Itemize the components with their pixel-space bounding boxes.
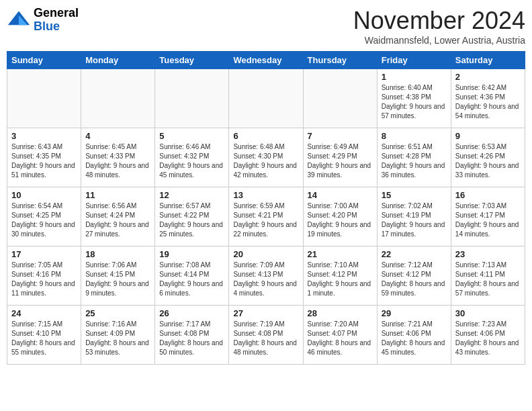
day-info: Sunrise: 6:57 AM Sunset: 4:22 PM Dayligh… — [159, 201, 224, 239]
day-number: 13 — [233, 190, 298, 200]
day-info: Sunrise: 7:06 AM Sunset: 4:15 PM Dayligh… — [85, 261, 150, 298]
day-info: Sunrise: 7:23 AM Sunset: 4:06 PM Dayligh… — [455, 320, 521, 357]
day-number: 24 — [11, 308, 77, 318]
day-number: 22 — [382, 249, 447, 259]
day-number: 27 — [233, 308, 298, 318]
day-number: 4 — [85, 131, 150, 141]
calendar-day-cell: 16Sunrise: 7:03 AM Sunset: 4:17 PM Dayli… — [451, 187, 525, 246]
calendar-day-cell: 28Sunrise: 7:20 AM Sunset: 4:07 PM Dayli… — [303, 306, 377, 365]
calendar-day-cell: 24Sunrise: 7:15 AM Sunset: 4:10 PM Dayli… — [7, 306, 81, 365]
day-info: Sunrise: 6:43 AM Sunset: 4:35 PM Dayligh… — [11, 142, 77, 180]
day-info: Sunrise: 6:51 AM Sunset: 4:28 PM Dayligh… — [382, 142, 447, 180]
calendar-day-cell: 14Sunrise: 7:00 AM Sunset: 4:20 PM Dayli… — [303, 187, 377, 246]
day-info: Sunrise: 7:08 AM Sunset: 4:14 PM Dayligh… — [159, 261, 224, 298]
day-number: 8 — [382, 131, 447, 141]
day-of-week-header: Tuesday — [155, 52, 229, 69]
calendar-day-cell: 29Sunrise: 7:21 AM Sunset: 4:06 PM Dayli… — [377, 306, 451, 365]
day-of-week-header: Sunday — [7, 52, 81, 69]
day-number: 21 — [308, 249, 373, 259]
logo-text: General Blue — [34, 7, 79, 34]
logo: General Blue — [7, 7, 79, 34]
day-of-week-header: Thursday — [303, 52, 377, 69]
day-info: Sunrise: 6:54 AM Sunset: 4:25 PM Dayligh… — [11, 201, 77, 239]
calendar-day-cell — [81, 69, 155, 128]
day-info: Sunrise: 6:53 AM Sunset: 4:26 PM Dayligh… — [455, 142, 521, 180]
day-info: Sunrise: 7:19 AM Sunset: 4:08 PM Dayligh… — [233, 320, 298, 357]
day-info: Sunrise: 7:05 AM Sunset: 4:16 PM Dayligh… — [11, 261, 77, 298]
calendar-day-cell: 21Sunrise: 7:10 AM Sunset: 4:12 PM Dayli… — [303, 246, 377, 306]
day-number: 3 — [11, 131, 77, 141]
calendar-day-cell: 11Sunrise: 6:56 AM Sunset: 4:24 PM Dayli… — [81, 187, 155, 246]
day-number: 23 — [455, 249, 521, 259]
calendar-week-row: 3Sunrise: 6:43 AM Sunset: 4:35 PM Daylig… — [7, 128, 525, 187]
day-number: 1 — [382, 72, 447, 82]
day-info: Sunrise: 7:20 AM Sunset: 4:07 PM Dayligh… — [308, 320, 373, 357]
day-info: Sunrise: 6:48 AM Sunset: 4:30 PM Dayligh… — [233, 142, 298, 180]
day-number: 10 — [11, 190, 77, 200]
calendar-day-cell: 4Sunrise: 6:45 AM Sunset: 4:33 PM Daylig… — [81, 128, 155, 187]
calendar-day-cell: 10Sunrise: 6:54 AM Sunset: 4:25 PM Dayli… — [7, 187, 81, 246]
day-number: 20 — [233, 249, 298, 259]
day-info: Sunrise: 7:09 AM Sunset: 4:13 PM Dayligh… — [233, 261, 298, 298]
day-number: 9 — [455, 131, 521, 141]
day-number: 6 — [233, 131, 298, 141]
day-info: Sunrise: 7:10 AM Sunset: 4:12 PM Dayligh… — [308, 261, 373, 298]
calendar-day-cell: 26Sunrise: 7:17 AM Sunset: 4:08 PM Dayli… — [155, 306, 229, 365]
calendar-day-cell: 7Sunrise: 6:49 AM Sunset: 4:29 PM Daylig… — [303, 128, 377, 187]
day-info: Sunrise: 7:17 AM Sunset: 4:08 PM Dayligh… — [159, 320, 224, 357]
calendar-header-row: SundayMondayTuesdayWednesdayThursdayFrid… — [7, 52, 525, 69]
calendar-day-cell: 6Sunrise: 6:48 AM Sunset: 4:30 PM Daylig… — [229, 128, 303, 187]
day-info: Sunrise: 6:40 AM Sunset: 4:38 PM Dayligh… — [382, 83, 447, 121]
day-number: 16 — [455, 190, 521, 200]
calendar-day-cell: 3Sunrise: 6:43 AM Sunset: 4:35 PM Daylig… — [7, 128, 81, 187]
day-number: 17 — [11, 249, 77, 259]
calendar-day-cell: 20Sunrise: 7:09 AM Sunset: 4:13 PM Dayli… — [229, 246, 303, 306]
day-number: 7 — [308, 131, 373, 141]
day-info: Sunrise: 7:21 AM Sunset: 4:06 PM Dayligh… — [382, 320, 447, 357]
day-number: 19 — [159, 249, 224, 259]
calendar-day-cell: 25Sunrise: 7:16 AM Sunset: 4:09 PM Dayli… — [81, 306, 155, 365]
calendar-day-cell: 2Sunrise: 6:42 AM Sunset: 4:36 PM Daylig… — [451, 69, 525, 128]
day-info: Sunrise: 6:49 AM Sunset: 4:29 PM Dayligh… — [308, 142, 373, 180]
day-of-week-header: Saturday — [451, 52, 525, 69]
day-number: 25 — [85, 308, 150, 318]
day-of-week-header: Friday — [377, 52, 451, 69]
day-info: Sunrise: 7:15 AM Sunset: 4:10 PM Dayligh… — [11, 320, 77, 357]
calendar-day-cell: 1Sunrise: 6:40 AM Sunset: 4:38 PM Daylig… — [377, 69, 451, 128]
calendar-week-row: 1Sunrise: 6:40 AM Sunset: 4:38 PM Daylig… — [7, 69, 525, 128]
day-info: Sunrise: 6:56 AM Sunset: 4:24 PM Dayligh… — [85, 201, 150, 239]
calendar-day-cell: 22Sunrise: 7:12 AM Sunset: 4:12 PM Dayli… — [377, 246, 451, 306]
calendar-day-cell — [303, 69, 377, 128]
calendar-day-cell: 30Sunrise: 7:23 AM Sunset: 4:06 PM Dayli… — [451, 306, 525, 365]
calendar-day-cell: 23Sunrise: 7:13 AM Sunset: 4:11 PM Dayli… — [451, 246, 525, 306]
day-info: Sunrise: 7:02 AM Sunset: 4:19 PM Dayligh… — [382, 201, 447, 239]
calendar-table: SundayMondayTuesdayWednesdayThursdayFrid… — [7, 51, 525, 365]
calendar-day-cell: 18Sunrise: 7:06 AM Sunset: 4:15 PM Dayli… — [81, 246, 155, 306]
calendar-week-row: 10Sunrise: 6:54 AM Sunset: 4:25 PM Dayli… — [7, 187, 525, 246]
day-number: 26 — [159, 308, 224, 318]
day-of-week-header: Wednesday — [229, 52, 303, 69]
day-number: 29 — [382, 308, 447, 318]
day-number: 12 — [159, 190, 224, 200]
calendar-day-cell: 27Sunrise: 7:19 AM Sunset: 4:08 PM Dayli… — [229, 306, 303, 365]
location: Waidmannsfeld, Lower Austria, Austria — [353, 35, 525, 46]
day-info: Sunrise: 6:45 AM Sunset: 4:33 PM Dayligh… — [85, 142, 150, 180]
month-title: November 2024 — [353, 7, 525, 35]
calendar-day-cell: 12Sunrise: 6:57 AM Sunset: 4:22 PM Dayli… — [155, 187, 229, 246]
day-of-week-header: Monday — [81, 52, 155, 69]
day-info: Sunrise: 6:46 AM Sunset: 4:32 PM Dayligh… — [159, 142, 224, 180]
day-number: 15 — [382, 190, 447, 200]
day-info: Sunrise: 6:42 AM Sunset: 4:36 PM Dayligh… — [455, 83, 521, 121]
day-number: 14 — [308, 190, 373, 200]
calendar-day-cell: 19Sunrise: 7:08 AM Sunset: 4:14 PM Dayli… — [155, 246, 229, 306]
calendar-day-cell: 17Sunrise: 7:05 AM Sunset: 4:16 PM Dayli… — [7, 246, 81, 306]
logo-icon — [7, 8, 31, 32]
calendar-day-cell — [155, 69, 229, 128]
day-info: Sunrise: 7:00 AM Sunset: 4:20 PM Dayligh… — [308, 201, 373, 239]
calendar-week-row: 17Sunrise: 7:05 AM Sunset: 4:16 PM Dayli… — [7, 246, 525, 306]
day-number: 11 — [85, 190, 150, 200]
day-info: Sunrise: 7:13 AM Sunset: 4:11 PM Dayligh… — [455, 261, 521, 298]
calendar-day-cell — [229, 69, 303, 128]
day-number: 2 — [455, 72, 521, 82]
calendar-day-cell — [7, 69, 81, 128]
